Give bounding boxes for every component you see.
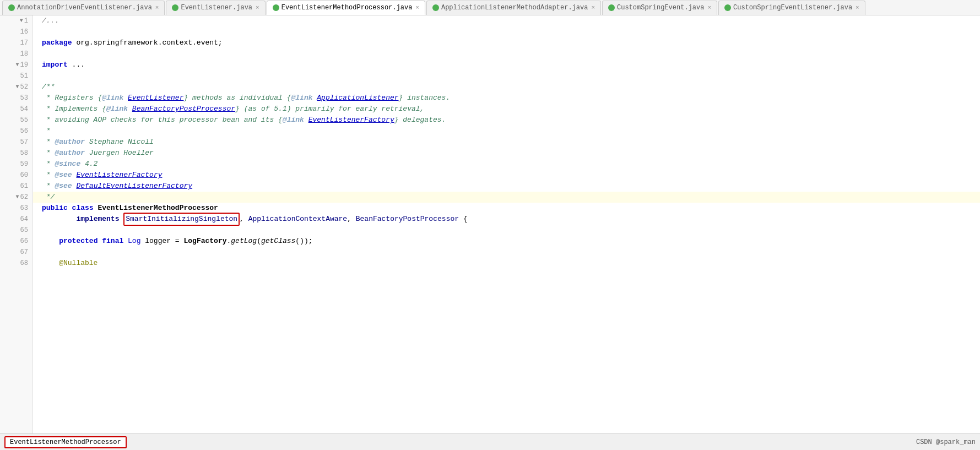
code-javadoc-link: DefaultEventListenerFactory bbox=[76, 181, 192, 192]
line-num-67: 67 bbox=[0, 247, 33, 258]
code-keyword: import bbox=[42, 59, 72, 71]
code-iface: SmartInitializingSingleton bbox=[126, 215, 237, 223]
code-line-65 bbox=[33, 225, 980, 236]
close-icon[interactable]: × bbox=[707, 4, 711, 11]
line-num-56: 56 bbox=[0, 126, 33, 137]
line-num-62: ▼62 bbox=[0, 192, 33, 203]
close-icon[interactable]: × bbox=[415, 4, 419, 11]
line-num-18: 18 bbox=[0, 48, 33, 59]
line-num-53: 53 bbox=[0, 93, 33, 104]
tab-application-listener-method-adapter[interactable]: ApplicationListenerMethodAdapter.java × bbox=[426, 1, 601, 15]
code-line-18 bbox=[33, 48, 980, 59]
code-line-53: * Registers {@link EventListener} method… bbox=[33, 93, 980, 104]
code-line-19: import ... bbox=[33, 59, 980, 71]
status-class-name: EventListenerMethodProcessor bbox=[4, 436, 127, 448]
line-num-19: ▼19 bbox=[0, 59, 33, 71]
code-line-57: * @author Stephane Nicoll bbox=[33, 137, 980, 148]
tab-icon-java bbox=[273, 4, 279, 11]
code-type: Log bbox=[128, 236, 145, 247]
code-line-64: implements SmartInitializingSingleton, A… bbox=[33, 214, 980, 225]
code-javadoc-tag: @link bbox=[102, 93, 128, 104]
code-content: ()); bbox=[295, 236, 312, 247]
line-num-16: 16 bbox=[0, 26, 33, 37]
tab-label: EventListener.java bbox=[181, 4, 252, 12]
code-javadoc-link: BeanFactoryPostProcessor bbox=[132, 104, 235, 115]
close-icon[interactable]: × bbox=[591, 4, 595, 11]
close-icon[interactable]: × bbox=[856, 4, 859, 11]
code-keyword: package bbox=[42, 37, 76, 48]
code-line-54: * Implements {@link BeanFactoryPostProce… bbox=[33, 104, 980, 115]
close-icon[interactable]: × bbox=[155, 4, 159, 11]
tab-icon-java bbox=[172, 4, 178, 11]
code-iface: BeanFactoryPostProcessor bbox=[356, 214, 459, 225]
tab-event-listener-method-processor[interactable]: EventListenerMethodProcessor.java × bbox=[267, 1, 425, 15]
code-method: getClass bbox=[261, 236, 295, 247]
line-num-57: 57 bbox=[0, 137, 33, 148]
code-keyword: protected bbox=[59, 236, 102, 247]
code-line-1: /... bbox=[33, 15, 980, 26]
code-line-60: * @see EventListenerFactory bbox=[33, 170, 980, 181]
code-javadoc: } (as bbox=[235, 104, 261, 115]
line-num-17: 17 bbox=[0, 37, 33, 48]
tab-icon-java bbox=[608, 4, 615, 11]
tab-custom-spring-event-listener[interactable]: CustomSpringEventListener.java × bbox=[718, 1, 865, 15]
tab-icon-java bbox=[432, 4, 439, 11]
code-javadoc: } methods as individual { bbox=[183, 93, 291, 104]
collapse-icon[interactable]: ▼ bbox=[16, 82, 19, 93]
code-javadoc-link: EventListenerFactory bbox=[308, 115, 394, 126]
line-num-65: 65 bbox=[0, 225, 33, 236]
code-javadoc-tag: @link bbox=[283, 115, 308, 126]
tab-annotation-driven[interactable]: AnnotationDrivenEventListener.java × bbox=[2, 1, 165, 15]
code-content: , bbox=[240, 214, 248, 225]
code-line-58: * @author Juergen Hoeller bbox=[33, 148, 980, 159]
editor-container: ▼1 16 17 18 ▼19 51 ▼52 53 54 55 56 57 58… bbox=[0, 15, 980, 433]
code-javadoc-link: EventListener bbox=[128, 93, 183, 104]
tab-event-listener[interactable]: EventListener.java × bbox=[166, 1, 265, 15]
code-area[interactable]: /... package org.springframework.context… bbox=[33, 15, 980, 433]
code-javadoc: * bbox=[42, 148, 55, 159]
tab-label: AnnotationDrivenEventListener.java bbox=[17, 4, 152, 12]
code-content: . bbox=[227, 236, 231, 247]
line-num-58: 58 bbox=[0, 148, 33, 159]
tab-custom-spring-event[interactable]: CustomSpringEvent.java × bbox=[602, 1, 717, 15]
code-line-59: * @since 4.2 bbox=[33, 159, 980, 170]
code-content: ( bbox=[257, 236, 261, 247]
code-content: , bbox=[347, 214, 356, 225]
collapse-icon[interactable]: ▼ bbox=[16, 192, 19, 203]
code-of: of bbox=[261, 104, 270, 115]
line-num-61: 61 bbox=[0, 181, 33, 192]
line-num-1: ▼1 bbox=[0, 15, 33, 26]
code-javadoc: * bbox=[42, 170, 55, 181]
tab-icon-java bbox=[8, 4, 15, 11]
code-javadoc: } delegates. bbox=[394, 115, 446, 126]
line-num-54: 54 bbox=[0, 104, 33, 115]
code-javadoc-link: ApplicationListener bbox=[317, 93, 398, 104]
code-javadoc: * bbox=[42, 181, 55, 192]
tab-icon-java bbox=[724, 4, 731, 11]
line-numbers: ▼1 16 17 18 ▼19 51 ▼52 53 54 55 56 57 58… bbox=[0, 15, 33, 433]
code-javadoc-tag: @link bbox=[106, 104, 132, 115]
code-line-61: * @see DefaultEventListenerFactory bbox=[33, 181, 980, 192]
code-javadoc: 5.1) primarily for early retrieval, bbox=[270, 104, 425, 115]
tab-label: CustomSpringEvent.java bbox=[617, 4, 704, 12]
code-javadoc-tag: @link bbox=[291, 93, 317, 104]
code-javadoc: * Registers { bbox=[42, 93, 102, 104]
code-content: /... bbox=[42, 15, 59, 26]
code-content bbox=[42, 214, 76, 225]
code-line-17: package org.springframework.context.even… bbox=[33, 37, 980, 48]
line-num-52: ▼52 bbox=[0, 82, 33, 93]
code-iface: ApplicationContextAware bbox=[248, 214, 347, 225]
code-javadoc: Juergen Hoeller bbox=[89, 148, 154, 159]
close-icon[interactable]: × bbox=[256, 4, 259, 11]
code-javadoc: * bbox=[42, 159, 55, 170]
code-keyword: final bbox=[102, 236, 128, 247]
collapse-icon[interactable]: ▼ bbox=[16, 59, 19, 71]
line-num-63: 63 bbox=[0, 203, 33, 214]
code-content: { bbox=[459, 214, 468, 225]
tab-label: EventListenerMethodProcessor.java bbox=[281, 4, 413, 12]
line-num-51: 51 bbox=[0, 71, 33, 82]
code-javadoc: * avoiding AOP checks for this processor… bbox=[42, 115, 283, 126]
status-bar: EventListenerMethodProcessor CSDN @spark… bbox=[0, 433, 980, 450]
collapse-icon[interactable]: ▼ bbox=[20, 15, 23, 26]
code-line-62: */ bbox=[33, 192, 980, 203]
